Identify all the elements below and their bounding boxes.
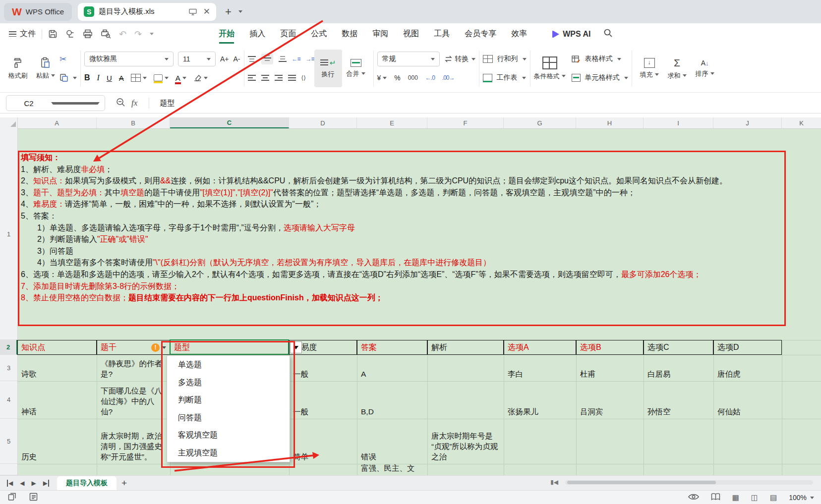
header-cell-B2[interactable]: 题干! <box>97 340 170 355</box>
paste-chevron-icon[interactable] <box>51 74 55 77</box>
menu-tab-会员专享[interactable]: 会员专享 <box>458 25 503 43</box>
row-header-6[interactable] <box>0 464 17 475</box>
cell-J3[interactable]: 唐伯虎 <box>713 355 782 381</box>
cell-I3[interactable]: 白居易 <box>644 355 713 381</box>
dropdown-item-判断题[interactable]: 判断题 <box>167 391 290 409</box>
increase-decimal-button[interactable]: .00→ <box>442 74 455 81</box>
number-format-select[interactable]: 常规 <box>377 52 440 66</box>
sort-button[interactable]: A↓ 排序 <box>691 50 719 87</box>
menu-tab-数据[interactable]: 数据 <box>335 25 364 43</box>
cell-style-button[interactable]: 单元格样式 <box>572 70 628 86</box>
search-icon[interactable] <box>603 28 613 40</box>
cell-E5[interactable]: 错误 <box>357 419 427 464</box>
fx-icon[interactable]: fx <box>131 98 137 108</box>
scrollbar-split-handle[interactable]: ▮◀ <box>550 479 558 486</box>
cell-F5[interactable]: 唐太宗时期年号是“贞观”所以称为贞观之治 <box>427 419 504 464</box>
header-cell-I2[interactable]: 选项C <box>644 340 713 355</box>
dropdown-launcher-button[interactable] <box>290 341 302 353</box>
cell-mode-icon[interactable] <box>8 493 16 503</box>
cell-B4[interactable]: 下面哪几位是《八仙过海》中的八仙? <box>97 381 170 419</box>
row-header-3[interactable]: 3 <box>0 355 17 381</box>
col-header-C[interactable]: C <box>170 117 289 128</box>
borders-button[interactable] <box>131 74 147 82</box>
font-color-button[interactable]: A <box>176 74 186 82</box>
increase-indent-button[interactable]: →≡ <box>306 56 314 62</box>
undo-icon[interactable]: ↶ <box>119 29 126 40</box>
wps-office-home-button[interactable]: W WPS Office <box>4 3 72 21</box>
print-preview-icon[interactable] <box>101 29 111 39</box>
cell-B5[interactable]: 唐太宗时期，政治清明，国力强盛史称“开元盛世”。 <box>97 419 170 464</box>
col-header-D[interactable]: D <box>289 117 357 128</box>
worksheet-button[interactable]: 工作表 <box>483 70 527 86</box>
formula-input[interactable]: 题型 <box>160 99 175 108</box>
col-header-A[interactable]: A <box>17 117 97 128</box>
cell-D5[interactable]: 简单 <box>289 419 357 464</box>
outline-panel-icon[interactable] <box>29 493 38 503</box>
horizontal-scrollbar-thumb[interactable] <box>567 481 716 484</box>
header-cell-E2[interactable]: 答案 <box>357 340 427 355</box>
decrease-decimal-button[interactable]: ←.0 <box>425 74 435 81</box>
align-right-button[interactable] <box>275 75 283 81</box>
dropdown-item-单选题[interactable]: 单选题 <box>167 356 290 374</box>
page-break-view-icon[interactable]: ◫ <box>751 493 758 502</box>
print-icon[interactable] <box>83 29 93 39</box>
row-header-5[interactable]: 5 <box>0 419 17 464</box>
zoom-formula-icon[interactable] <box>116 98 125 109</box>
cell-A4[interactable]: 神话 <box>17 381 97 419</box>
menu-tab-视图[interactable]: 视图 <box>397 25 425 43</box>
cell-A5[interactable]: 历史 <box>17 419 97 464</box>
menu-tab-插入[interactable]: 插入 <box>243 25 272 43</box>
add-sheet-button[interactable]: + <box>121 478 127 489</box>
menu-tab-工具[interactable]: 工具 <box>427 25 456 43</box>
align-left-button[interactable] <box>248 75 256 81</box>
dropdown-item-主观填空题[interactable]: 主观填空题 <box>167 444 290 462</box>
col-header-K[interactable]: K <box>782 117 821 128</box>
header-cell-A2[interactable]: 知识点 <box>17 340 97 355</box>
redo-icon[interactable]: ↷ <box>134 29 142 40</box>
eye-protection-icon[interactable] <box>688 493 699 503</box>
align-middle-button[interactable] <box>261 54 273 64</box>
chevron-down-icon[interactable] <box>162 346 166 349</box>
select-all-corner[interactable] <box>0 117 18 128</box>
export-pdf-icon[interactable] <box>65 29 75 39</box>
document-tab[interactable]: S 题目导入模板.xls ✕ <box>78 3 216 21</box>
table-style-button[interactable]: 表格样式 <box>572 51 628 67</box>
col-header-J[interactable]: J <box>713 117 782 128</box>
cell-B3[interactable]: 《静夜思》的作者是? <box>97 355 170 381</box>
wps-ai-button[interactable]: WPS AI <box>552 30 590 39</box>
row-header-2[interactable]: 2 <box>0 340 17 355</box>
normal-view-icon[interactable]: ▦ <box>732 493 739 502</box>
cell-H4[interactable]: 吕洞宾 <box>576 381 644 419</box>
menu-tab-公式[interactable]: 公式 <box>304 25 333 43</box>
sheet-tab-active[interactable]: 题目导入模板 <box>57 476 117 490</box>
strikethrough-button[interactable]: A <box>119 74 124 82</box>
underline-button[interactable]: U <box>107 74 112 82</box>
convert-button[interactable]: 转换 <box>444 55 475 63</box>
new-tab-button[interactable]: + <box>225 5 232 18</box>
col-header-F[interactable]: F <box>427 117 504 128</box>
col-header-E[interactable]: E <box>357 117 427 128</box>
zoom-control[interactable]: 100% <box>789 494 814 502</box>
increase-font-button[interactable]: A+ <box>220 55 229 63</box>
merge-cells-button[interactable]: 合并 <box>342 50 370 87</box>
align-justify-button[interactable] <box>288 75 296 81</box>
wrap-text-button[interactable]: ↵ 换行 <box>314 50 342 87</box>
cell-A3[interactable]: 诗歌 <box>17 355 97 381</box>
cut-button[interactable]: ✂ <box>59 51 77 67</box>
cell-E4[interactable]: B,D <box>357 381 427 419</box>
cell-E3[interactable]: A <box>357 355 427 381</box>
col-header-G[interactable]: G <box>504 117 576 128</box>
page-layout-view-icon[interactable]: ▤ <box>770 493 777 502</box>
row-header-4[interactable]: 4 <box>0 381 17 419</box>
horizontal-scrollbar[interactable] <box>565 480 813 485</box>
bold-button[interactable]: B <box>84 73 90 82</box>
next-sheet-icon[interactable]: ▶ <box>31 480 36 487</box>
dropdown-item-多选题[interactable]: 多选题 <box>167 374 290 392</box>
fill-color-button[interactable] <box>154 74 169 81</box>
header-cell-F2[interactable]: 解析 <box>427 340 504 355</box>
close-tab-icon[interactable]: ✕ <box>203 6 210 17</box>
header-cell-C2[interactable]: 题型 <box>170 340 289 355</box>
copy-button[interactable] <box>59 70 77 86</box>
align-top-button[interactable] <box>248 56 256 62</box>
dropdown-item-问答题[interactable]: 问答题 <box>167 409 290 427</box>
